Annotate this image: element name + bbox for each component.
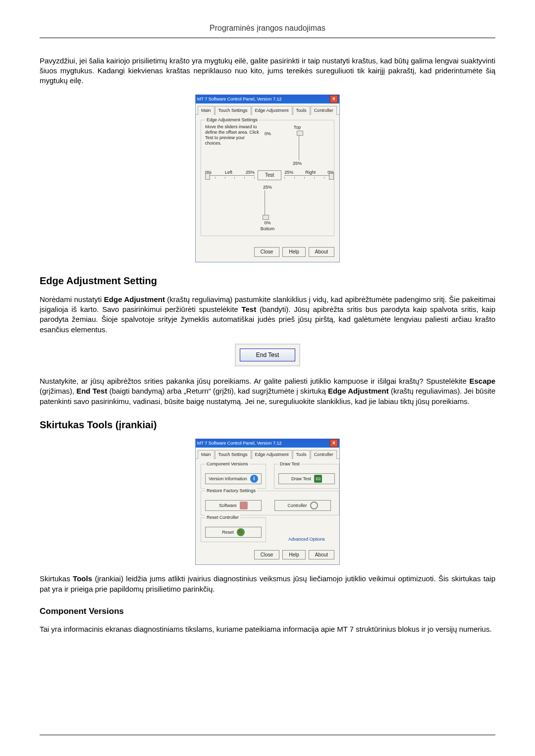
group-reset-controller: Reset Controller Reset ↻	[201, 517, 266, 542]
btn-label: Controller	[287, 503, 307, 508]
tab-touch-settings[interactable]: Touch Settings	[215, 106, 251, 115]
bottom-0pct: 0%	[261, 220, 275, 226]
group-title: Edge Adjustment Settings	[205, 117, 259, 123]
reset-button[interactable]: Reset ↻	[205, 527, 262, 538]
close-icon[interactable]: ×	[330, 95, 338, 103]
tab-edge-adjustment[interactable]: Edge Adjustment	[252, 450, 292, 459]
right-25pct: 25%	[284, 169, 293, 175]
btn-label: Version Information	[209, 476, 247, 482]
paragraph-end-test: Nustatykite, ar jūsų apibrėžtos srities …	[40, 376, 495, 406]
controller-icon	[310, 502, 318, 509]
btn-label: Draw Test	[291, 476, 311, 482]
window-edge-adjustment: MT 7 Software Control Panel, Version 7.1…	[195, 95, 340, 262]
tabstrip: Main Touch Settings Edge Adjustment Tool…	[196, 103, 339, 115]
group-title: Draw Test	[278, 461, 301, 467]
tab-tools[interactable]: Tools	[293, 106, 310, 115]
draw-test-button[interactable]: Draw Test ▭	[278, 473, 335, 484]
close-button[interactable]: Close	[254, 550, 280, 560]
top-0pct: 0%	[265, 131, 271, 160]
group-edge-settings: Edge Adjustment Settings Move the slider…	[201, 120, 334, 236]
tab-tools[interactable]: Tools	[293, 450, 310, 459]
group-title: Reset Controller	[205, 514, 240, 520]
help-button[interactable]: Help	[282, 550, 306, 560]
page-header: Programinės įrangos naudojimas	[40, 20, 495, 38]
heading-edge-adjustment: Edge Adjustment Setting	[40, 274, 495, 288]
heading-tools-tab: Skirtukas Tools (įrankiai)	[40, 418, 495, 432]
tab-main[interactable]: Main	[198, 106, 214, 115]
btn-label: Reset	[222, 529, 234, 535]
restore-controller-button[interactable]: Controller	[274, 500, 331, 511]
group-restore-factory: Restore Factory Settings Software Contro…	[201, 491, 339, 515]
about-button[interactable]: About	[309, 550, 334, 560]
restore-software-button[interactable]: Software	[205, 500, 262, 511]
paragraph-edge-adjust: Norėdami nustatyti Edge Adjustment (kraš…	[40, 295, 495, 335]
tabstrip: Main Touch Settings Edge Adjustment Tool…	[196, 448, 339, 459]
slider-right[interactable]	[284, 175, 334, 181]
close-icon[interactable]: ×	[330, 439, 338, 447]
end-test-button[interactable]: End Test	[240, 349, 295, 361]
group-component-versions: Component Versions Version Information i	[201, 464, 266, 489]
label-top: Top	[265, 124, 330, 130]
slider-left[interactable]	[205, 175, 255, 181]
heading-component-versions: Component Versions	[40, 606, 495, 617]
bottom-25pct: 25%	[261, 184, 275, 190]
end-test-preview: End Test	[235, 344, 300, 366]
tab-controller[interactable]: Controller	[311, 106, 337, 115]
tab-touch-settings[interactable]: Touch Settings	[215, 450, 251, 459]
top-25pct: 25%	[265, 160, 330, 166]
version-info-button[interactable]: Version Information i	[205, 473, 262, 484]
about-button[interactable]: About	[309, 247, 334, 257]
window-title: MT 7 Software Control Panel, Version 7.1…	[197, 440, 281, 446]
group-title: Component Versions	[205, 461, 250, 467]
paragraph-tools: Skirtukas Tools (įrankiai) leidžia jums …	[40, 574, 495, 594]
titlebar: MT 7 Software Control Panel, Version 7.1…	[196, 439, 339, 448]
help-button[interactable]: Help	[282, 247, 306, 257]
label-bottom: Bottom	[261, 226, 275, 232]
slider-top[interactable]	[299, 131, 305, 160]
paragraph-intro: Pavyzdžiui, jei šalia kairiojo prisiliet…	[40, 56, 495, 86]
hint-text: Move the sliders inward to define the of…	[205, 124, 260, 166]
left-25pct: 25%	[246, 169, 255, 175]
slider-bottom[interactable]	[265, 190, 270, 220]
label-right: Right	[305, 169, 316, 175]
monitor-icon: ▭	[314, 475, 322, 483]
reset-icon: ↻	[237, 528, 245, 536]
test-button[interactable]: Test	[258, 170, 281, 180]
tab-edge-adjustment[interactable]: Edge Adjustment	[252, 106, 292, 115]
tab-controller[interactable]: Controller	[311, 450, 337, 459]
group-title: Restore Factory Settings	[205, 488, 257, 494]
tab-main[interactable]: Main	[198, 450, 214, 459]
software-icon	[240, 502, 248, 509]
window-tools: MT 7 Software Control Panel, Version 7.1…	[195, 439, 340, 565]
close-button[interactable]: Close	[254, 247, 280, 257]
label-left: Left	[225, 169, 232, 175]
btn-label: Software	[219, 503, 237, 508]
titlebar: MT 7 Software Control Panel, Version 7.1…	[196, 95, 339, 103]
group-draw-test: Draw Test Draw Test ▭	[274, 464, 339, 489]
footer-rule	[40, 735, 495, 735]
advanced-options-link[interactable]: Advanced Options	[288, 536, 325, 542]
window-title: MT 7 Software Control Panel, Version 7.1…	[197, 96, 281, 102]
paragraph-component-versions: Tai yra informacinis ekranas diagnostini…	[40, 624, 495, 634]
info-icon: i	[250, 475, 258, 483]
